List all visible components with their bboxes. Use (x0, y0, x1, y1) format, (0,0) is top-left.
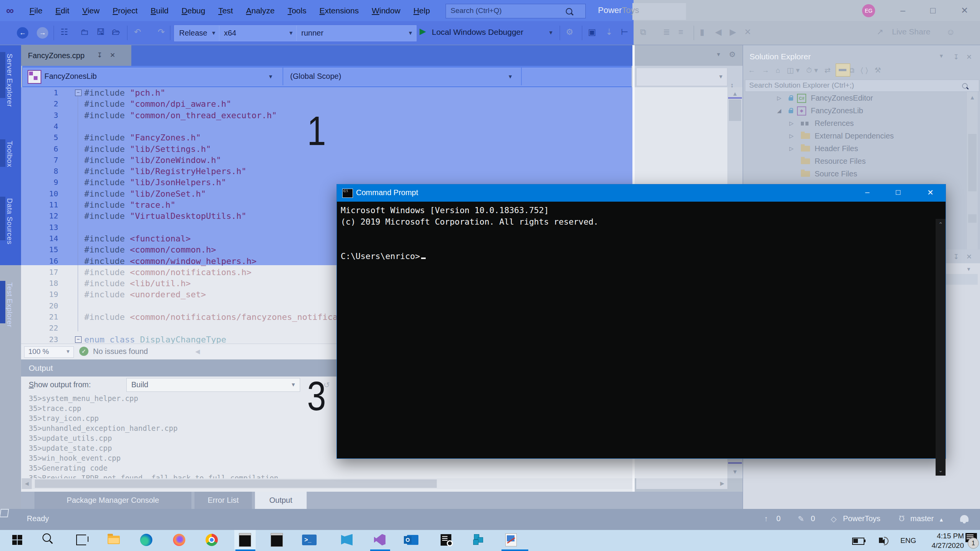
properties-close-icon[interactable]: ✕ (966, 253, 972, 261)
list-icon[interactable]: ≣ (663, 27, 670, 37)
repo-icon[interactable]: ◇ (831, 514, 836, 523)
expander-icon[interactable]: ▷ (789, 142, 794, 155)
close-button[interactable]: ✕ (961, 5, 968, 16)
prev-bookmark-icon[interactable]: ◀ (715, 27, 722, 37)
tree-item-external-dependencies[interactable]: ▷External Dependencies (743, 130, 965, 142)
cmd-scroll-up-icon[interactable]: ⌃ (936, 221, 946, 227)
sidebar-tab-test-explorer[interactable]: Test Explorer (5, 282, 14, 327)
code-line-3[interactable]: 3#include "common/on_thread_executor.h" (21, 110, 632, 121)
taskbar-regedit[interactable] (467, 530, 489, 549)
new-file-icon[interactable]: ☷ (60, 27, 68, 37)
menu-tools[interactable]: Tools (281, 0, 313, 21)
repo-name[interactable]: PowerToys (843, 514, 880, 523)
menu-help[interactable]: Help (407, 0, 436, 21)
debug-target-caret-icon[interactable]: ▼ (548, 29, 554, 36)
taskbar-search[interactable] (38, 530, 60, 549)
nav-scope-dropdown[interactable]: (Global Scope) (290, 72, 341, 81)
taskbar-edge[interactable] (136, 530, 157, 549)
preview-icon[interactable]: ▣ (588, 27, 596, 37)
health-status-text[interactable]: No issues found (93, 347, 148, 356)
code-line-1[interactable]: 1−#include "pch.h" (21, 87, 632, 98)
expander-icon[interactable]: ▷ (789, 130, 794, 142)
expander-icon[interactable]: ▷ (777, 92, 781, 104)
taskbar-chrome[interactable] (201, 530, 222, 549)
tab-list-caret-icon[interactable]: ▼ (716, 51, 721, 57)
nav-project-dropdown[interactable]: FancyZonesLib (44, 72, 97, 81)
menu-file[interactable]: File (23, 0, 49, 21)
scroll-down-icon[interactable]: ▼ (727, 468, 743, 475)
branch-icon[interactable]: Ʊ (899, 514, 905, 523)
cmd-close-button[interactable]: ✕ (927, 188, 934, 197)
editor2-nav-caret-icon[interactable]: ▼ (718, 73, 724, 80)
code-line-2[interactable]: 2#include "common/dpi_aware.h" (21, 98, 632, 109)
expander-icon[interactable]: ▷ (789, 117, 794, 130)
open-file-icon[interactable]: 🗀︎ (80, 27, 89, 37)
copy-icon[interactable]: ⧉ (640, 27, 646, 37)
tree-item-fancyzoneseditor[interactable]: ▷C#FancyZonesEditor (743, 92, 965, 104)
output-source-dropdown[interactable]: Build ▼ (126, 378, 300, 392)
redo-icon[interactable]: ↷ (158, 27, 165, 37)
minimize-button[interactable]: – (900, 5, 905, 16)
command-prompt-window[interactable]: C:\ Command Prompt – □ ✕ Microsoft Windo… (336, 184, 946, 459)
solution-tree[interactable]: ▷C#FancyZonesEditor◢❖FancyZonesLib▷Refer… (743, 92, 965, 184)
tree-item-resource-files[interactable]: Resource Files (743, 155, 965, 168)
close-tab-icon[interactable]: ✕ (110, 45, 115, 66)
code-line-7[interactable]: 7#include "lib/ZoneWindow.h" (21, 155, 632, 166)
maximize-button[interactable]: □ (930, 5, 936, 16)
menu-project[interactable]: Project (106, 0, 144, 21)
code-line-6[interactable]: 6#include "lib/Settings.h" (21, 143, 632, 155)
line-down-icon[interactable]: ⇣ (606, 27, 612, 37)
expander-icon[interactable]: ◢ (777, 104, 781, 117)
quick-search-input[interactable]: Search (Ctrl+Q) (446, 4, 586, 18)
se-search-icon[interactable] (962, 83, 967, 88)
tree-item-references[interactable]: ▷References (743, 117, 965, 130)
panel-options-caret-icon[interactable]: ▼ (939, 53, 944, 59)
add-user-icon[interactable]: ☺︎ (946, 27, 955, 37)
hscroll-right-icon[interactable]: ▶ (720, 480, 724, 486)
branch-name[interactable]: master (910, 514, 934, 523)
attach-icon[interactable]: ⚙ (566, 27, 573, 37)
fold-toggle-icon[interactable]: − (75, 90, 82, 96)
taskbar-visualstudio[interactable] (369, 530, 390, 549)
menu-view[interactable]: View (76, 0, 106, 21)
sort-icon[interactable]: ≡ (678, 27, 683, 37)
taskbar-firefox[interactable] (168, 530, 190, 549)
platform-dropdown[interactable]: x64▼ (219, 25, 297, 41)
tree-scroll-up-icon[interactable]: ▲ (967, 94, 978, 101)
live-share-icon[interactable]: ↗ (877, 27, 884, 36)
splitter-handle-icon[interactable]: ↕ (730, 82, 733, 89)
output-hscrollbar[interactable]: ◀ (21, 478, 632, 489)
cmd-minimize-button[interactable]: – (865, 188, 869, 197)
sidebar-tab-server-explorer[interactable]: Server Explorer (5, 54, 14, 107)
menu-debug[interactable]: Debug (175, 0, 212, 21)
battery-icon[interactable] (852, 538, 864, 545)
keyboard-language[interactable]: ENG (900, 530, 916, 551)
navigate-back-icon[interactable]: ← (17, 27, 28, 39)
zoom-level-dropdown[interactable]: 100 % ▼ (24, 346, 74, 358)
panel-tab-package-manager-console[interactable]: Package Manager Console (34, 492, 191, 509)
taskbar-cmd2[interactable] (266, 530, 287, 549)
menu-extensions[interactable]: Extensions (313, 0, 365, 21)
code-line-5[interactable]: 5#include "FancyZones.h" (21, 132, 632, 143)
menu-window[interactable]: Window (365, 0, 407, 21)
configuration-dropdown[interactable]: Release▼ (174, 25, 220, 41)
nav-scope-caret-icon[interactable]: ▼ (508, 73, 513, 80)
cmd-scroll-down-icon[interactable]: ⌄ (936, 467, 946, 473)
editor2-gear-icon[interactable]: ⚙ (729, 50, 736, 59)
editor2-hscrollbar[interactable]: ▶ (636, 478, 727, 489)
clock[interactable]: 4:15 PM 4/27/2020 (926, 530, 964, 551)
volume-icon[interactable] (879, 538, 883, 543)
push-icon[interactable]: ↑ (764, 514, 768, 523)
taskbar-cmd[interactable] (234, 530, 256, 549)
menu-build[interactable]: Build (144, 0, 175, 21)
debug-target-button[interactable]: Local Windows Debugger (432, 28, 523, 37)
cmd-maximize-button[interactable]: □ (896, 188, 900, 197)
solution-explorer-toolbar[interactable]: ← → ⌂ ◫▾ ⏱▾ ⇄ ⧉ ⧉ 〈〉 ⚒ (748, 66, 883, 75)
properties-caret-icon[interactable]: ▼ (966, 266, 971, 272)
taskbar-logviewer[interactable] (435, 530, 457, 549)
properties-pin-icon[interactable]: ↧ (953, 253, 959, 261)
pending-edits-icon[interactable]: ✎ (798, 514, 804, 523)
bookmark-icon[interactable]: ▮ (700, 27, 704, 37)
taskbar-paint[interactable] (500, 530, 522, 549)
code-line-8[interactable]: 8#include "lib/RegistryHelpers.h" (21, 166, 632, 177)
